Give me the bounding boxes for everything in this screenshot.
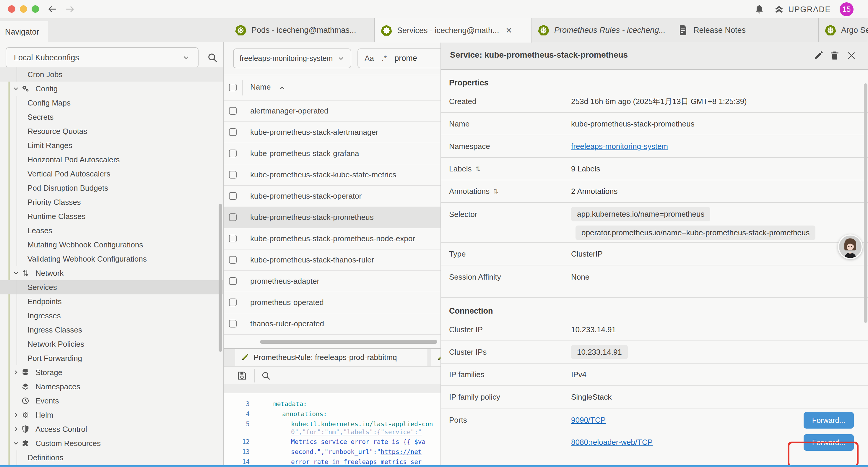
table-row[interactable]: kube-prometheus-stack-alertmanager [224, 122, 440, 143]
sidebar-item-ingresses[interactable]: Ingresses [0, 309, 223, 323]
namespace-selector[interactable]: freeleaps-monitoring-system [233, 49, 351, 68]
document-tab-3[interactable]: Prometheus Rules - icecheng... [532, 18, 671, 42]
resource-tree: Cron JobsConfigConfig MapsSecretsResourc… [0, 67, 223, 467]
sidebar-item-endpoints[interactable]: Endpoints [0, 294, 223, 309]
sidebar-item-runtime-classes[interactable]: Runtime Classes [0, 209, 223, 224]
regex-toggle[interactable]: .* [382, 54, 387, 63]
row-checkbox[interactable] [229, 235, 237, 242]
sidebar-item-custom-resources[interactable]: Custom Resources [0, 436, 223, 450]
table-row[interactable]: kube-prometheus-stack-prometheus [224, 207, 440, 228]
row-checkbox[interactable] [229, 171, 237, 178]
chevron-down-icon[interactable] [12, 85, 20, 92]
document-tab-4[interactable]: Release Notes [671, 18, 819, 42]
horizontal-scrollbar[interactable] [260, 340, 437, 344]
delete-trash-icon[interactable] [829, 50, 840, 61]
traffic-light-close-icon[interactable] [8, 5, 16, 13]
details-scrollbar[interactable] [864, 83, 867, 323]
chevron-down-icon[interactable] [12, 269, 20, 276]
chevron-right-icon[interactable] [12, 411, 20, 418]
document-tab-1[interactable]: Pods - icecheng@mathmas... [229, 18, 375, 42]
row-checkbox[interactable] [229, 298, 237, 306]
save-icon[interactable] [237, 370, 247, 381]
port-link[interactable]: 9090/TCP [571, 415, 606, 425]
sidebar-item-port-forwarding[interactable]: Port Forwarding [0, 351, 223, 365]
sidebar-item-resource-quotas[interactable]: Resource Quotas [0, 124, 223, 138]
port-link[interactable]: 8080:reloader-web/TCP [571, 438, 653, 447]
sidebar-item-network-policies[interactable]: Network Policies [0, 337, 223, 351]
port-forward-button[interactable]: Forward... [804, 412, 854, 429]
kubeconfig-selector[interactable]: Local Kubeconfigs [6, 47, 198, 68]
edit-pencil-icon[interactable] [813, 50, 824, 61]
sidebar-item-definitions[interactable]: Definitions [0, 450, 223, 465]
sidebar-item-config[interactable]: Config [0, 82, 223, 96]
chevron-down-icon[interactable] [12, 440, 20, 447]
sidebar-item-mutating-webhook-configurations[interactable]: Mutating Webhook Configurations [0, 238, 223, 252]
document-tab-2[interactable]: Services - icecheng@math...✕ [375, 18, 532, 42]
sidebar-item-storage[interactable]: Storage [0, 365, 223, 380]
upgrade-button[interactable]: UPGRADE [774, 4, 831, 14]
sort-icon[interactable]: ⇅ [475, 165, 481, 173]
back-arrow-icon[interactable] [47, 4, 57, 14]
editor-tab-2[interactable] [431, 349, 441, 366]
avatar[interactable] [838, 234, 863, 259]
row-checkbox[interactable] [229, 128, 237, 136]
table-row[interactable]: alertmanager-operated [224, 100, 440, 122]
sidebar-item-priority-classes[interactable]: Priority Classes [0, 195, 223, 209]
sidebar-item-helm[interactable]: Helm [0, 408, 223, 422]
navigator-panel-tab[interactable]: Navigator [0, 21, 48, 42]
yaml-editor[interactable]: 3metadata:4annotations:5kubectl.kubernet… [224, 393, 440, 467]
sidebar-item-limit-ranges[interactable]: Limit Ranges [0, 138, 223, 152]
sidebar-item-ingress-classes[interactable]: Ingress Classes [0, 323, 223, 337]
sidebar-search-icon[interactable] [207, 52, 218, 63]
row-checkbox[interactable] [229, 320, 237, 327]
sidebar-item-validating-webhook-configurations[interactable]: Validating Webhook Configurations [0, 252, 223, 266]
select-all-checkbox[interactable] [229, 84, 237, 91]
namespace-link[interactable]: freeleaps-monitoring-system [571, 142, 668, 151]
notifications-bell-icon[interactable] [754, 4, 765, 14]
row-checkbox[interactable] [229, 150, 237, 157]
sidebar-item-namespaces[interactable]: Namespaces [0, 380, 223, 394]
table-row[interactable]: prometheus-adapter [224, 271, 440, 292]
sidebar-item-secrets[interactable]: Secrets [0, 110, 223, 124]
document-tab-5[interactable]: Argo Se [819, 18, 868, 42]
traffic-light-minimize-icon[interactable] [20, 5, 27, 13]
table-row[interactable]: kube-prometheus-stack-grafana [224, 143, 440, 164]
sidebar-item-config-maps[interactable]: Config Maps [0, 96, 223, 110]
column-header-name[interactable]: Name [250, 83, 271, 92]
sidebar-item-vertical-pod-autoscalers[interactable]: Vertical Pod Autoscalers [0, 167, 223, 181]
notification-count-badge[interactable]: 15 [840, 2, 854, 16]
sidebar-item-cron-jobs[interactable]: Cron Jobs [0, 67, 223, 82]
forward-arrow-icon[interactable] [65, 4, 75, 14]
match-case-toggle[interactable]: Aa [365, 54, 374, 63]
editor-tab-1[interactable]: PrometheusRule: freeleaps-prod-rabbitmq [235, 349, 427, 366]
close-icon[interactable] [846, 50, 857, 61]
row-checkbox[interactable] [229, 256, 237, 264]
sidebar-item-pod-disruption-budgets[interactable]: Pod Disruption Budgets [0, 181, 223, 195]
sidebar-item-leases[interactable]: Leases [0, 224, 223, 238]
table-row[interactable]: kube-prometheus-stack-kube-state-metrics [224, 164, 440, 185]
editor-search-icon[interactable] [261, 371, 271, 381]
row-checkbox[interactable] [229, 277, 237, 285]
port-forward-button[interactable]: Forward... [804, 434, 854, 451]
sidebar-scrollbar[interactable] [219, 204, 222, 352]
sidebar-item-services[interactable]: Services [0, 280, 223, 294]
traffic-light-zoom-icon[interactable] [32, 5, 39, 13]
row-checkbox[interactable] [229, 107, 237, 115]
row-checkbox[interactable] [229, 213, 237, 221]
table-row[interactable]: kube-prometheus-stack-operator [224, 185, 440, 207]
sidebar-item-events[interactable]: Events [0, 394, 223, 408]
table-row[interactable]: thanos-ruler-operated [224, 313, 440, 334]
sidebar-item-network[interactable]: Network [0, 266, 223, 280]
table-row[interactable]: kube-prometheus-stack-thanos-ruler [224, 250, 440, 271]
sort-ascending-icon[interactable] [278, 84, 286, 92]
table-row[interactable]: prometheus-operated [224, 292, 440, 313]
tab-close-icon[interactable]: ✕ [506, 26, 512, 35]
sidebar-item-horizontal-pod-autoscalers[interactable]: Horizontal Pod Autoscalers [0, 152, 223, 167]
chevron-right-icon[interactable] [12, 426, 20, 433]
chevron-right-icon[interactable] [12, 369, 20, 376]
sidebar-item-access-control[interactable]: Access Control [0, 422, 223, 436]
row-checkbox[interactable] [229, 192, 237, 200]
sort-icon[interactable]: ⇅ [493, 187, 498, 195]
table-row[interactable]: kube-prometheus-stack-prometheus-node-ex… [224, 228, 440, 250]
filter-input[interactable]: Aa .* prome [358, 49, 441, 68]
